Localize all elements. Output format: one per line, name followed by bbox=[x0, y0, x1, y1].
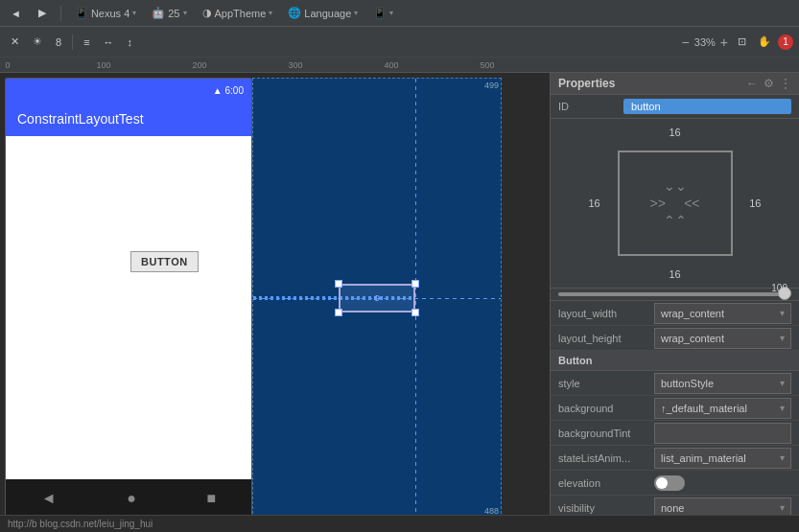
props-header-icons: ← ⚙ ⋮ bbox=[746, 77, 791, 90]
constraint-box: ⌄⌄ ⌃⌃ >> << bbox=[618, 150, 733, 256]
layout-height-dropdown-icon: ▾ bbox=[780, 333, 785, 343]
id-value[interactable]: button bbox=[623, 99, 791, 114]
vertical-tool[interactable]: ↕ bbox=[123, 34, 138, 51]
properties-title: Properties bbox=[558, 77, 615, 90]
language-icon: 🌐 bbox=[288, 7, 301, 19]
wifi-icon: ▲ bbox=[213, 85, 223, 96]
phone-title-bar: ConstraintLayoutTest bbox=[6, 102, 251, 136]
properties-panel: Properties ← ⚙ ⋮ ID button 16 16 16 16 ⌄… bbox=[550, 73, 799, 515]
bp-handle-bl[interactable] bbox=[335, 309, 342, 316]
elevation-toggle[interactable] bbox=[654, 475, 685, 491]
state-list-anim-value[interactable]: list_anim_material ▾ bbox=[654, 448, 791, 469]
blueprint-content: 499 488 bbox=[253, 79, 501, 515]
second-toolbar: ✕ ☀ 8 ≡ ↔ ↕ − 33% + ⊡ ✋ 1 bbox=[0, 27, 799, 58]
layout-width-label: layout_width bbox=[558, 308, 654, 319]
bp-center-handle[interactable] bbox=[374, 295, 380, 301]
style-value[interactable]: buttonStyle ▾ bbox=[654, 373, 791, 394]
elevation-row: elevation bbox=[551, 471, 799, 496]
language-name: Language bbox=[304, 8, 351, 19]
visibility-text: none bbox=[661, 502, 684, 514]
constraint-widget: 16 16 16 16 ⌄⌄ ⌃⌃ >> << bbox=[551, 119, 799, 289]
arrow-top-icon: ⌄⌄ bbox=[664, 178, 687, 194]
fit-button[interactable]: ⊡ bbox=[733, 33, 751, 51]
properties-header: Properties ← ⚙ ⋮ bbox=[551, 73, 799, 95]
top-toolbar: ◄ ▶ 📱 Nexus 4 ▾ 🤖 25 ▾ ◑ AppTheme ▾ 🌐 La… bbox=[0, 0, 799, 27]
nav-recent-icon: ■ bbox=[207, 490, 217, 507]
state-list-anim-text: list_anim_material bbox=[661, 452, 746, 464]
style-dropdown-icon: ▾ bbox=[780, 378, 785, 388]
horizontal-tool[interactable]: ↔ bbox=[99, 34, 119, 51]
api-icon: 🤖 bbox=[152, 7, 165, 19]
props-settings-icon[interactable]: ⚙ bbox=[764, 77, 774, 90]
bp-handle-tl[interactable] bbox=[335, 280, 342, 288]
blueprint-canvas[interactable]: 499 488 bbox=[252, 78, 502, 515]
theme-name: AppTheme bbox=[215, 8, 267, 19]
state-list-anim-label: stateListAnim... bbox=[558, 452, 654, 464]
phone-size-icon: 📱 bbox=[373, 7, 387, 19]
background-value[interactable]: ↑_default_material ▾ bbox=[654, 398, 791, 419]
arrow-left-icon: >> bbox=[650, 196, 666, 211]
chevron-down-icon2: ▾ bbox=[183, 9, 187, 17]
align-tool[interactable]: ≡ bbox=[79, 34, 94, 51]
device-name: Nexus 4 bbox=[91, 8, 129, 19]
bp-vertical-constraint bbox=[415, 79, 416, 515]
zoom-minus-button[interactable]: − bbox=[679, 35, 693, 50]
visibility-value[interactable]: none ▾ bbox=[654, 497, 791, 516]
theme-selector[interactable]: ◑ AppTheme ▾ bbox=[199, 5, 277, 21]
slider-track[interactable] bbox=[558, 292, 791, 296]
pan-button[interactable]: ✋ bbox=[753, 33, 776, 51]
zoom-control: − 33% + ⊡ ✋ 1 bbox=[679, 33, 793, 51]
cursor-tool[interactable]: ▶ bbox=[34, 4, 51, 22]
constraint-right-value: 16 bbox=[749, 197, 761, 209]
layout-width-dropdown-icon: ▾ bbox=[780, 308, 785, 318]
layout-width-row: layout_width wrap_content ▾ bbox=[551, 301, 799, 326]
phone-icon: 📱 bbox=[75, 7, 88, 19]
layout-width-value[interactable]: wrap_content ▾ bbox=[654, 303, 791, 324]
device-selector[interactable]: 📱 Nexus 4 ▾ bbox=[71, 5, 140, 21]
phone-status-bar: ▲ 6:00 bbox=[6, 79, 251, 102]
bp-handle-tr[interactable] bbox=[411, 280, 419, 288]
props-back-icon[interactable]: ← bbox=[746, 77, 758, 90]
phone-nav-bar: ◄ ● ■ bbox=[6, 479, 251, 515]
phone-selector[interactable]: 📱 ▾ bbox=[369, 5, 397, 21]
props-menu-icon[interactable]: ⋮ bbox=[780, 77, 791, 90]
chevron-down-icon: ▾ bbox=[132, 9, 136, 17]
constraint-top-value: 16 bbox=[669, 127, 680, 138]
phone-button: BUTTON bbox=[130, 251, 199, 272]
close-tool[interactable]: ✕ bbox=[6, 33, 24, 51]
zoom-plus-button[interactable]: + bbox=[717, 35, 731, 50]
error-badge: 1 bbox=[778, 35, 793, 50]
api-selector[interactable]: 🤖 25 ▾ bbox=[148, 5, 190, 21]
background-dropdown-icon: ▾ bbox=[780, 403, 785, 413]
main-area: ▲ 6:00 ConstraintLayoutTest BUTTON ◄ ● ■ bbox=[0, 73, 799, 515]
background-row: background ↑_default_material ▾ bbox=[551, 396, 799, 421]
id-label: ID bbox=[558, 101, 616, 112]
chevron-down-icon5: ▾ bbox=[389, 9, 393, 17]
select-tool[interactable]: ☀ bbox=[28, 33, 47, 51]
layout-width-text: wrap_content bbox=[661, 308, 724, 319]
background-text: ↑_default_material bbox=[661, 403, 747, 414]
theme-icon: ◑ bbox=[202, 7, 212, 19]
zoom-percent: 33% bbox=[694, 36, 716, 48]
bp-handle-br[interactable] bbox=[411, 309, 419, 316]
status-icons: ▲ 6:00 bbox=[213, 85, 244, 96]
language-selector[interactable]: 🌐 Language ▾ bbox=[284, 5, 362, 21]
canvas-area[interactable]: ▲ 6:00 ConstraintLayoutTest BUTTON ◄ ● ■ bbox=[0, 73, 550, 515]
background-tint-row: backgroundTint bbox=[551, 421, 799, 446]
style-text: buttonStyle bbox=[661, 378, 714, 389]
sep2 bbox=[72, 35, 73, 50]
back-button[interactable]: ◄ bbox=[6, 5, 26, 22]
nav-home-icon: ● bbox=[127, 490, 136, 507]
ruler: 0 100 200 300 400 500 bbox=[0, 58, 799, 73]
arrow-bottom-icon: ⌃⌃ bbox=[664, 213, 687, 228]
phone-frame: ▲ 6:00 ConstraintLayoutTest BUTTON ◄ ● ■ bbox=[5, 78, 252, 515]
background-label: background bbox=[558, 403, 654, 414]
api-level: 25 bbox=[168, 8, 179, 19]
slider-fill bbox=[558, 292, 789, 296]
layout-height-value[interactable]: wrap_content ▾ bbox=[654, 328, 791, 349]
sep1 bbox=[60, 6, 61, 21]
phone-content: BUTTON bbox=[6, 136, 251, 479]
bp-label-top: 499 bbox=[484, 81, 499, 90]
num-tool[interactable]: 8 bbox=[51, 34, 66, 51]
background-tint-value[interactable] bbox=[654, 423, 791, 444]
